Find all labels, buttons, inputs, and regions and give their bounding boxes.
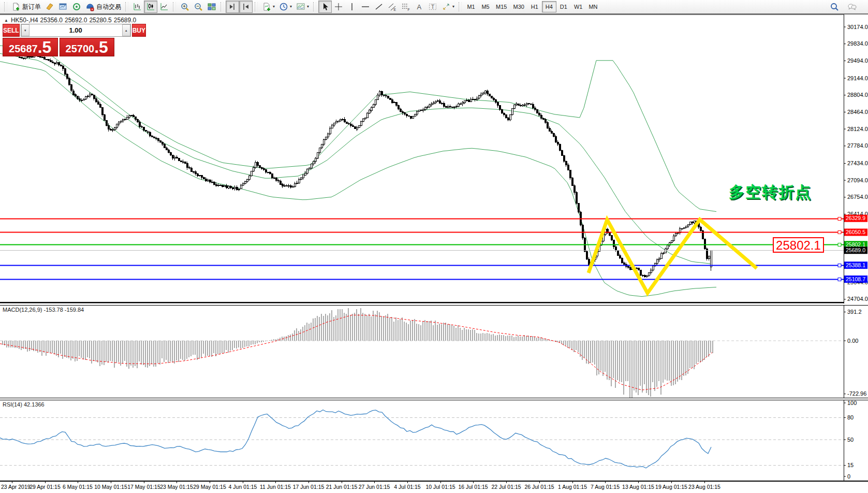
- channel-icon: E: [388, 2, 397, 11]
- toolbar-grip: [125, 2, 128, 11]
- tf-h4-button[interactable]: H4: [542, 1, 556, 12]
- volume-stepper: ▼ ▲: [21, 24, 131, 37]
- price-badge-26050.5: 26050.5: [844, 228, 867, 236]
- price-badge-25689: 25689.0: [844, 247, 867, 254]
- styler-icon: [45, 2, 54, 11]
- time-tick-label: 26 Jul 01:15: [524, 484, 554, 490]
- hline-25108.7[interactable]: [0, 278, 844, 281]
- tf-m5-button[interactable]: M5: [478, 1, 493, 12]
- buy-price-int: 25700: [66, 43, 95, 54]
- price-tick-label: 28804.0: [847, 92, 868, 98]
- time-tick-label: 23 Apr 2019: [1, 484, 31, 490]
- volume-input[interactable]: [30, 24, 122, 36]
- tile-windows-button[interactable]: [205, 1, 218, 13]
- candle-chart-icon: [146, 2, 155, 11]
- volume-increase-button[interactable]: ▲: [122, 24, 130, 36]
- fibonacci-icon: F: [401, 2, 410, 11]
- indicators-button[interactable]: ▾: [260, 1, 277, 13]
- bar-chart-button[interactable]: [130, 1, 144, 13]
- hline-icon: [361, 2, 370, 11]
- charts-window-button[interactable]: [56, 1, 70, 13]
- macd-histogram: [3, 308, 713, 398]
- templates-icon: [296, 2, 305, 11]
- ohlc-open: 25356.0: [40, 17, 63, 24]
- toolbar-grip: [173, 2, 176, 11]
- equidistant-channel-button[interactable]: E: [386, 1, 399, 13]
- rsi-panel: 1008050150: [0, 400, 868, 481]
- trendline-button[interactable]: [372, 1, 386, 13]
- hline-26329.9[interactable]: [0, 218, 844, 221]
- search-button[interactable]: [828, 1, 841, 13]
- arrows-button[interactable]: ▾: [439, 1, 457, 13]
- zoom-in-button[interactable]: [178, 1, 192, 13]
- tf-m1-button[interactable]: M1: [464, 1, 478, 12]
- crosshair-button[interactable]: [332, 1, 345, 13]
- tf-d1-button[interactable]: D1: [556, 1, 571, 12]
- tf-d1-label: D1: [560, 4, 567, 10]
- volume-decrease-button[interactable]: ▼: [21, 24, 30, 36]
- tf-mn-button[interactable]: MN: [585, 1, 600, 12]
- auto-trading-label: 自动交易: [96, 3, 121, 11]
- macd-tick-label: 0.00: [847, 338, 858, 344]
- tf-h1-label: H1: [531, 4, 538, 10]
- turning-point-annotation[interactable]: 多空转折点: [729, 182, 812, 203]
- buy-price-frac: .5: [94, 40, 108, 54]
- rsi-canvas[interactable]: 1008050150: [0, 400, 868, 481]
- time-tick-label: 23 May 01:15: [160, 484, 193, 490]
- text-label-button[interactable]: T: [426, 1, 439, 13]
- signals-button[interactable]: [70, 1, 83, 13]
- buy-price-button[interactable]: 25700.5: [60, 38, 115, 56]
- buy-button[interactable]: BUY: [132, 24, 146, 37]
- chat-icon: [847, 2, 857, 11]
- auto-trading-button[interactable]: 自动交易: [83, 1, 123, 13]
- tf-w1-button[interactable]: W1: [571, 1, 586, 12]
- styler-button[interactable]: [43, 1, 56, 13]
- rsi-tick-label: 100: [847, 400, 857, 406]
- sell-price-button[interactable]: 25687.5: [3, 38, 58, 56]
- tf-m30-button[interactable]: M30: [510, 1, 527, 12]
- macd-label: MACD(12,26,9) -153.78 -159.84: [3, 307, 84, 313]
- chart-shift-icon: [228, 2, 237, 11]
- fibonacci-button[interactable]: F: [399, 1, 413, 13]
- signals-icon: [72, 2, 81, 11]
- macd-canvas[interactable]: 391.20.00-722.96: [0, 305, 868, 398]
- rsi-line: [0, 410, 711, 468]
- svg-text:26050.5: 26050.5: [846, 229, 865, 235]
- templates-dropdown-icon[interactable]: ▾: [307, 5, 309, 9]
- zoom-out-button[interactable]: [192, 1, 205, 13]
- tf-w1-label: W1: [574, 4, 583, 10]
- bollinger-lower-band: [0, 62, 716, 297]
- zigzag-annotation[interactable]: [589, 220, 757, 293]
- price-annotation-box[interactable]: 25802.1: [773, 237, 824, 253]
- time-tick-label: 17 May 01:15: [127, 484, 160, 490]
- indicators-dropdown-icon[interactable]: ▾: [273, 5, 275, 9]
- sell-button[interactable]: SELL: [3, 24, 20, 37]
- cursor-button[interactable]: [318, 1, 332, 13]
- arrows-dropdown-icon[interactable]: ▾: [452, 5, 454, 9]
- time-tick-label: 29 May 01:15: [193, 484, 226, 490]
- new-order-button[interactable]: 新订单: [9, 1, 43, 13]
- toolbar-grip: [313, 2, 316, 11]
- chart-shift-button[interactable]: [226, 1, 239, 13]
- periods-dropdown-icon[interactable]: ▾: [290, 5, 292, 9]
- hline-25802.1[interactable]: [0, 243, 844, 247]
- time-axis[interactable]: 23 Apr 201929 Apr 01:156 May 01:1510 May…: [0, 481, 868, 493]
- tf-m1-label: M1: [467, 4, 475, 10]
- trade-panel-collapse-icon[interactable]: ▲: [4, 18, 8, 23]
- vertical-line-button[interactable]: [345, 1, 359, 13]
- main-chart-canvas[interactable]: 30174.029834.029494.029144.028804.028464…: [0, 15, 868, 303]
- text-button[interactable]: A: [413, 1, 426, 13]
- horizontal-line-button[interactable]: [359, 1, 372, 13]
- time-tick-label: 21 Jun 01:15: [326, 484, 358, 490]
- macd-tick-label: 391.2: [847, 309, 862, 315]
- candlestick-chart-button[interactable]: [144, 1, 157, 13]
- templates-button[interactable]: ▾: [294, 1, 311, 13]
- periods-button[interactable]: ▾: [277, 1, 294, 13]
- auto-scroll-button[interactable]: [239, 1, 253, 13]
- tf-h1-button[interactable]: H1: [527, 1, 542, 12]
- svg-text:25108.7: 25108.7: [846, 276, 865, 282]
- line-chart-button[interactable]: [157, 1, 171, 13]
- community-chat-button[interactable]: [845, 1, 859, 13]
- hline-25388.1[interactable]: [0, 264, 844, 267]
- tf-m15-button[interactable]: M15: [493, 1, 510, 12]
